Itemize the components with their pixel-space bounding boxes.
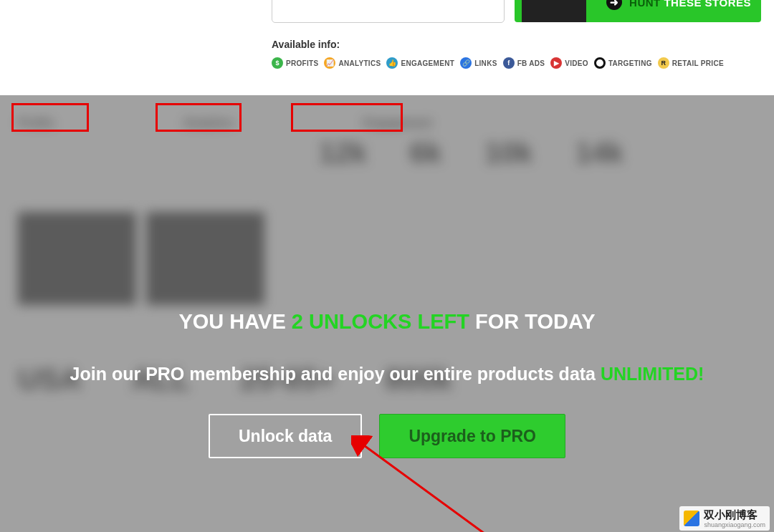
badge-retail: RRETAIL PRICE bbox=[658, 57, 724, 69]
highlight-box-engagement bbox=[291, 103, 403, 132]
chart-icon: 📈 bbox=[324, 57, 335, 69]
badge-fbads: fFB ADS bbox=[503, 57, 545, 69]
watermark-title: 双小刚博客 bbox=[704, 508, 758, 521]
target-icon bbox=[594, 57, 606, 69]
badge-profits: $PROFITS bbox=[272, 57, 318, 69]
facebook-icon: f bbox=[503, 57, 515, 69]
badge-links: 🔗LINKS bbox=[460, 57, 497, 69]
arrow-right-icon: ➜ bbox=[606, 0, 622, 10]
hunt-stores-banner[interactable]: ➜ HUNT THESE STORES bbox=[515, 0, 761, 22]
watermark-domain: shuangxiaogang.com bbox=[704, 522, 765, 528]
info-badges: $PROFITS 📈ANALYTICS 👍ENGAGEMENT 🔗LINKS f… bbox=[272, 57, 724, 69]
top-section: ➜ HUNT THESE STORES Available info: $PRO… bbox=[0, 0, 774, 95]
search-input[interactable] bbox=[272, 0, 505, 23]
unlock-overlay: YOU HAVE 2 UNLOCKS LEFT FOR TODAY Join o… bbox=[0, 310, 774, 385]
thumbs-up-icon: 👍 bbox=[386, 57, 398, 69]
hunt-illustration bbox=[522, 0, 586, 22]
available-info-label: Available info: bbox=[272, 39, 340, 50]
play-icon: ▶ bbox=[550, 57, 562, 69]
watermark-logo-icon bbox=[684, 511, 699, 526]
badge-engagement: 👍ENGAGEMENT bbox=[386, 57, 454, 69]
badge-targeting: TARGETING bbox=[594, 57, 652, 69]
badge-analytics: 📈ANALYTICS bbox=[324, 57, 381, 69]
highlight-box-profits bbox=[11, 103, 89, 132]
cta-row: Unlock data Upgrade to PRO bbox=[0, 414, 774, 458]
locked-content-section: Profits Analytics Engagement 12k 6k 10k … bbox=[0, 95, 774, 532]
hunt-banner-text: HUNT THESE STORES bbox=[629, 0, 751, 9]
watermark: 双小刚博客 shuangxiaogang.com bbox=[679, 506, 770, 531]
upgrade-pro-button[interactable]: Upgrade to PRO bbox=[379, 414, 565, 458]
dollar-icon: $ bbox=[272, 57, 283, 69]
link-icon: 🔗 bbox=[460, 57, 472, 69]
highlight-box-analytics bbox=[156, 103, 242, 132]
retail-icon: R bbox=[658, 57, 669, 69]
unlocks-left-text: YOU HAVE 2 UNLOCKS LEFT FOR TODAY bbox=[0, 310, 774, 334]
badge-video: ▶VIDEO bbox=[550, 57, 588, 69]
pro-membership-text: Join our PRO membership and enjoy our en… bbox=[0, 364, 774, 385]
unlock-data-button[interactable]: Unlock data bbox=[209, 414, 362, 458]
